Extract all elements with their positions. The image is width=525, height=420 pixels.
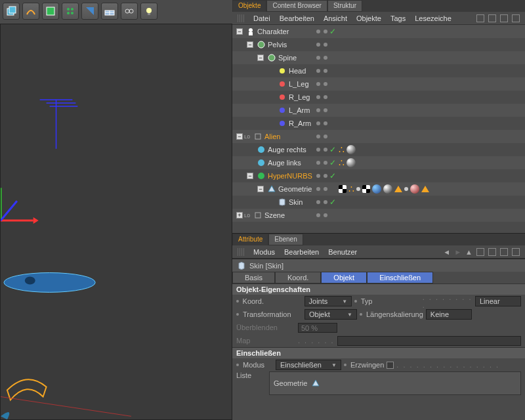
- obj-name[interactable]: R_Leg: [289, 93, 310, 101]
- tree-row[interactable]: R_Arm: [232, 117, 525, 130]
- select-transf[interactable]: Objekt▼: [304, 309, 357, 320]
- select-typ[interactable]: Linear: [475, 296, 521, 306]
- tab-objekte[interactable]: Objekte: [232, 0, 266, 12]
- search-icon[interactable]: [476, 14, 484, 22]
- tree-row[interactable]: Auge links✓∴: [232, 156, 525, 169]
- obj-name[interactable]: Geometrie: [278, 185, 312, 193]
- tags[interactable]: ∴: [339, 144, 356, 155]
- expand-toggle[interactable]: −: [247, 41, 253, 48]
- tree-row[interactable]: R_Leg: [232, 91, 525, 104]
- list-liste[interactable]: Geometrie: [269, 371, 521, 395]
- tool-nurbs[interactable]: [42, 3, 59, 20]
- obj-name[interactable]: Skin: [289, 198, 303, 206]
- vis-dots[interactable]: [316, 161, 327, 165]
- tags[interactable]: ∴: [339, 158, 356, 168]
- new-icon[interactable]: [500, 248, 508, 256]
- vis-dots[interactable]: [316, 95, 327, 99]
- vis-dots[interactable]: [316, 108, 327, 112]
- enable-check[interactable]: ✓: [329, 27, 336, 36]
- nav-fwd-icon[interactable]: ►: [454, 248, 461, 256]
- lock-icon[interactable]: [488, 248, 496, 256]
- select-lenscal[interactable]: Keine: [426, 309, 472, 320]
- expand-icon[interactable]: [512, 14, 520, 22]
- vis-dots[interactable]: [316, 148, 327, 152]
- tree-row[interactable]: L_Leg: [232, 77, 525, 91]
- obj-name[interactable]: Charakter: [257, 28, 289, 35]
- search-icon[interactable]: [476, 248, 484, 256]
- expand-toggle[interactable]: +: [236, 212, 243, 219]
- tool-array[interactable]: [62, 3, 79, 20]
- obj-name[interactable]: Auge rechts: [268, 146, 306, 154]
- vis-dots[interactable]: [316, 69, 327, 73]
- enable-check[interactable]: ✓: [329, 198, 336, 207]
- expand-icon[interactable]: [512, 248, 520, 256]
- obj-name[interactable]: Alien: [264, 133, 280, 140]
- tool-floor[interactable]: [101, 3, 118, 20]
- vis-dots[interactable]: [316, 82, 327, 86]
- obj-name[interactable]: Szene: [264, 211, 285, 219]
- tool-boole[interactable]: [81, 3, 98, 20]
- tree-row[interactable]: L_Arm: [232, 104, 525, 117]
- expand-toggle[interactable]: −: [257, 54, 264, 61]
- vis-dots[interactable]: [316, 121, 327, 125]
- tree-row[interactable]: Skin✓: [232, 196, 525, 209]
- minus-icon[interactable]: [500, 14, 508, 22]
- obj-name[interactable]: HyperNURBS: [268, 172, 312, 180]
- tree-row[interactable]: −Geometrie∴: [232, 182, 525, 196]
- tree-row[interactable]: −L0Alien: [232, 130, 525, 143]
- tool-camera[interactable]: [121, 3, 138, 20]
- vis-dots[interactable]: [316, 213, 327, 217]
- vis-dots[interactable]: [316, 187, 327, 191]
- nav-up-icon[interactable]: ▲: [465, 248, 472, 256]
- select-modus[interactable]: Einschließen▼: [276, 360, 341, 370]
- tab-content-browser[interactable]: Content Browser: [266, 0, 327, 12]
- viewport[interactable]: [0, 24, 232, 420]
- menu-modus[interactable]: Modus: [253, 248, 275, 256]
- home-icon[interactable]: [488, 14, 496, 22]
- tool-light[interactable]: [140, 3, 158, 20]
- vis-dots[interactable]: [316, 174, 327, 178]
- enable-check[interactable]: ✓: [329, 171, 336, 180]
- obj-name[interactable]: R_Arm: [289, 119, 311, 127]
- vis-dots[interactable]: [316, 135, 327, 138]
- menu-objekte[interactable]: Objekte: [356, 14, 381, 22]
- enable-check[interactable]: ✓: [329, 158, 336, 167]
- tab-ebenen[interactable]: Ebenen: [268, 234, 303, 245]
- tree-row[interactable]: −Charakter✓: [232, 25, 525, 38]
- menu-benutzer[interactable]: Benutzer: [328, 248, 357, 256]
- tree-row[interactable]: +L0Szene: [232, 209, 525, 222]
- menu-datei[interactable]: Datei: [253, 14, 270, 22]
- checkbox-erzw[interactable]: [387, 362, 394, 369]
- menu-bearbeiten[interactable]: Bearbeiten: [280, 14, 314, 22]
- nav-back-icon[interactable]: ◄: [443, 248, 450, 256]
- tags[interactable]: ∴: [339, 184, 429, 194]
- field-map[interactable]: [337, 336, 521, 346]
- obj-name[interactable]: Pelvis: [268, 41, 287, 49]
- tree-row[interactable]: −Pelvis: [232, 38, 525, 51]
- menu-ansicht[interactable]: Ansicht: [324, 14, 347, 22]
- tree-row[interactable]: Auge rechts✓∴: [232, 143, 525, 156]
- menu-lesezeichen[interactable]: Lesezeiche: [415, 14, 452, 22]
- tree-row[interactable]: −Spine: [232, 51, 525, 64]
- object-tree[interactable]: −Charakter✓−Pelvis−SpineHeadL_LegR_LegL_…: [232, 25, 525, 234]
- vis-dots[interactable]: [316, 30, 327, 33]
- tool-cube[interactable]: [3, 3, 20, 20]
- btab-koord[interactable]: Koord.: [275, 272, 321, 284]
- obj-name[interactable]: Head: [289, 67, 306, 75]
- tool-spline[interactable]: [22, 3, 39, 20]
- obj-name[interactable]: Spine: [278, 54, 297, 62]
- select-koord[interactable]: Joints▼: [304, 296, 352, 306]
- menu-tags[interactable]: Tags: [390, 14, 406, 22]
- menu-bearbeiten2[interactable]: Bearbeiten: [284, 248, 319, 256]
- expand-toggle[interactable]: −: [257, 186, 264, 192]
- tree-row[interactable]: −HyperNURBS✓: [232, 169, 525, 182]
- tab-attribute[interactable]: Attribute: [232, 234, 268, 245]
- tree-row[interactable]: Head: [232, 64, 525, 77]
- expand-toggle[interactable]: −: [236, 133, 243, 140]
- btab-objekt[interactable]: Objekt: [321, 272, 367, 284]
- tab-struktur[interactable]: Struktur: [327, 0, 362, 12]
- obj-name[interactable]: L_Leg: [289, 80, 309, 88]
- obj-name[interactable]: Auge links: [268, 159, 301, 167]
- expand-toggle[interactable]: −: [236, 28, 243, 35]
- vis-dots[interactable]: [316, 56, 327, 60]
